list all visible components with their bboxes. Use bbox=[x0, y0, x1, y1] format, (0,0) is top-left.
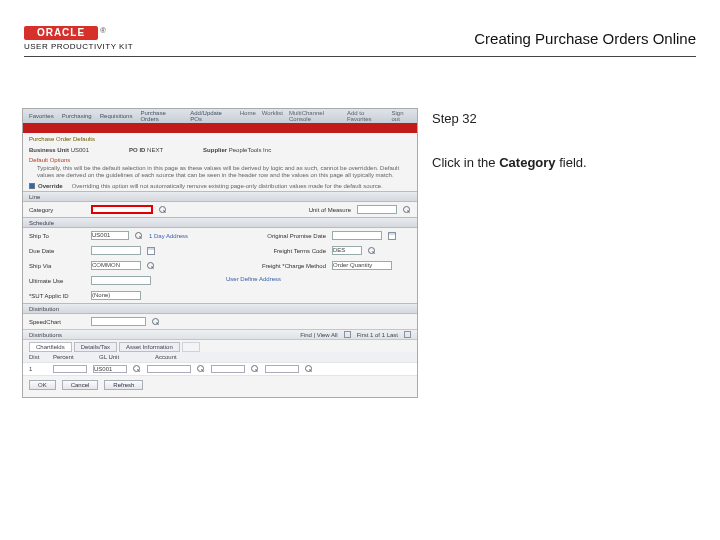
origprom-field[interactable] bbox=[332, 231, 382, 240]
tab-favorites[interactable]: Favorites bbox=[29, 113, 54, 119]
app-tabbar: Favorites Purchasing Requisitions Purcha… bbox=[23, 109, 417, 123]
instruction-pre: Click in the bbox=[432, 155, 499, 170]
sut-label: *SUT Applic ID bbox=[29, 293, 85, 299]
lookup-icon[interactable] bbox=[133, 365, 141, 373]
freight-terms-label: Freight Terms Code bbox=[226, 248, 326, 254]
section-schedule: Schedule bbox=[23, 217, 417, 228]
freight-terms-field[interactable]: DES bbox=[332, 246, 362, 255]
link-mcc[interactable]: MultiChannel Console bbox=[289, 110, 341, 122]
link-worklist[interactable]: Worklist bbox=[262, 110, 283, 122]
table-row: 1 US001 bbox=[23, 363, 417, 376]
tab-purchase-orders[interactable]: Purchase Orders bbox=[140, 110, 182, 122]
calendar-icon[interactable] bbox=[147, 247, 155, 255]
tab-requisitions[interactable]: Requisitions bbox=[100, 113, 133, 119]
instruction-panel: Step 32 Click in the Category field. bbox=[432, 110, 692, 172]
origprom-label: Original Promise Date bbox=[226, 233, 326, 239]
supplier-value: PeopleTools Inc bbox=[229, 147, 271, 153]
grid-tab-more-icon[interactable] bbox=[182, 342, 200, 352]
ultuse-label: Ultimate Use bbox=[29, 278, 85, 284]
override-checkbox[interactable] bbox=[29, 183, 35, 189]
lookup-icon[interactable] bbox=[152, 318, 160, 326]
cell-extra-input[interactable] bbox=[265, 365, 299, 373]
section-default-options: Default Options bbox=[23, 155, 417, 165]
defaults-blurb-1: Typically, this will be the default sele… bbox=[23, 165, 417, 181]
col-dist: Dist bbox=[29, 354, 47, 360]
supplier-label: Supplier bbox=[203, 147, 227, 153]
lookup-icon[interactable] bbox=[197, 365, 205, 373]
col-account: Account bbox=[155, 354, 215, 360]
cancel-button[interactable]: Cancel bbox=[62, 380, 99, 390]
brand-band bbox=[23, 123, 417, 133]
header-divider bbox=[24, 56, 696, 57]
section-line: Line bbox=[23, 191, 417, 202]
section-distribution: Distribution bbox=[23, 303, 417, 314]
grid-find[interactable]: Find | View All bbox=[300, 332, 337, 338]
instruction-bold: Category bbox=[499, 155, 555, 170]
instruction-post: field. bbox=[556, 155, 587, 170]
tab-purchasing[interactable]: Purchasing bbox=[62, 113, 92, 119]
shipto-extra[interactable]: 1 Day Address bbox=[149, 233, 188, 239]
speedchart-field[interactable] bbox=[91, 317, 146, 326]
pager-last-icon[interactable] bbox=[404, 331, 411, 338]
grid-title: Distributions bbox=[29, 332, 62, 338]
top-links: Home Worklist MultiChannel Console Add t… bbox=[240, 110, 411, 122]
calendar-icon[interactable] bbox=[388, 232, 396, 240]
grid-pager: First 1 of 1 Last bbox=[357, 332, 398, 338]
cell-extra-input[interactable] bbox=[211, 365, 245, 373]
cell-dist: 1 bbox=[29, 366, 47, 372]
cell-gl-input[interactable]: US001 bbox=[93, 365, 127, 373]
sut-field[interactable]: (None) bbox=[91, 291, 141, 300]
refresh-button[interactable]: Refresh bbox=[104, 380, 143, 390]
override-label: Override bbox=[38, 183, 63, 189]
user-define-address-link[interactable]: User Define Address bbox=[226, 276, 281, 282]
cell-account-input[interactable] bbox=[147, 365, 191, 373]
link-add-fav[interactable]: Add to Favorites bbox=[347, 110, 386, 122]
link-signout[interactable]: Sign out bbox=[392, 110, 411, 122]
page-title: Creating Purchase Orders Online bbox=[474, 30, 696, 47]
grid-tab-chartfields[interactable]: Chartfields bbox=[29, 342, 72, 352]
pager-first-icon[interactable] bbox=[344, 331, 351, 338]
col-glunit: GL Unit bbox=[99, 354, 149, 360]
freight-charge-field[interactable]: Order Quantity bbox=[332, 261, 392, 270]
tab-add-update-pos[interactable]: Add/Update POs bbox=[190, 110, 232, 122]
shipvia-label: Ship Via bbox=[29, 263, 85, 269]
oracle-wordmark: ORACLE bbox=[24, 26, 98, 40]
app-screenshot: Favorites Purchasing Requisitions Purcha… bbox=[22, 108, 418, 398]
cell-percent-input[interactable] bbox=[53, 365, 87, 373]
lookup-icon[interactable] bbox=[135, 232, 143, 240]
poid-label: PO ID bbox=[129, 147, 145, 153]
freight-charge-label: Freight *Charge Method bbox=[226, 263, 326, 269]
poid-value: NEXT bbox=[147, 147, 163, 153]
uom-label: Unit of Measure bbox=[251, 207, 351, 213]
speedchart-label: SpeedChart bbox=[29, 319, 85, 325]
uom-field[interactable] bbox=[357, 205, 397, 214]
ultuse-field[interactable] bbox=[91, 276, 151, 285]
duedate-field[interactable] bbox=[91, 246, 141, 255]
brand-subline: USER PRODUCTIVITY KIT bbox=[24, 42, 133, 51]
brand-logo: ORACLE ® USER PRODUCTIVITY KIT bbox=[24, 26, 133, 51]
lookup-icon[interactable] bbox=[251, 365, 259, 373]
shipto-label: Ship To bbox=[29, 233, 85, 239]
lookup-icon[interactable] bbox=[147, 262, 155, 270]
shipto-field[interactable]: US001 bbox=[91, 231, 129, 240]
lookup-icon[interactable] bbox=[305, 365, 313, 373]
category-field[interactable] bbox=[91, 205, 153, 214]
duedate-label: Due Date bbox=[29, 248, 85, 254]
registered-mark: ® bbox=[100, 26, 106, 35]
defaults-blurb-2: Overriding this option will not automati… bbox=[72, 183, 383, 189]
link-home[interactable]: Home bbox=[240, 110, 256, 122]
grid-tab-asset[interactable]: Asset Information bbox=[119, 342, 180, 352]
shipvia-field[interactable]: COMMON bbox=[91, 261, 141, 270]
breadcrumb: Purchase Order Defaults bbox=[23, 133, 417, 145]
lookup-icon[interactable] bbox=[159, 206, 167, 214]
step-label: Step 32 bbox=[432, 110, 692, 128]
bu-value: US001 bbox=[71, 147, 89, 153]
grid-tab-details[interactable]: Details/Tax bbox=[74, 342, 117, 352]
bu-label: Business Unit bbox=[29, 147, 69, 153]
grid-header: Distributions Find | View All First 1 of… bbox=[23, 329, 417, 340]
category-label: Category bbox=[29, 207, 85, 213]
lookup-icon[interactable] bbox=[403, 206, 411, 214]
ok-button[interactable]: OK bbox=[29, 380, 56, 390]
lookup-icon[interactable] bbox=[368, 247, 376, 255]
instruction-text: Click in the Category field. bbox=[432, 154, 692, 172]
